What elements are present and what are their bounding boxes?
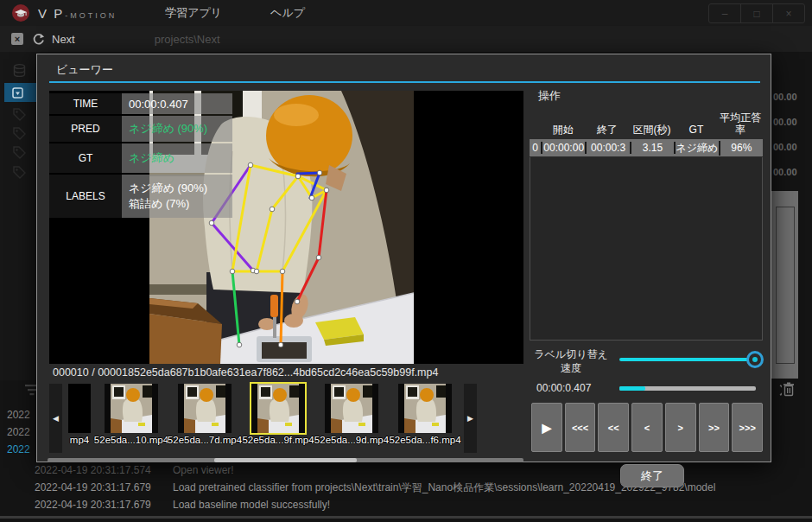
menu-learning-app[interactable]: 学習アプリ [165,5,222,21]
thumbnail-image[interactable] [178,384,232,433]
end-button[interactable]: 終了 [620,464,684,487]
step-forward-button[interactable]: > [665,403,696,452]
segment-table-header: 開始 終了 区間(秒) GT 平均正答率 [530,104,763,139]
thumbnail-item[interactable]: 52e5da...7d.mp4 [170,384,239,445]
row-index: 0 [530,142,542,154]
thumbnail-item-selected[interactable]: 52e5da...9f.mp4 [244,384,313,445]
window-bottom-edge [0,516,812,519]
filmstrip-scrollbar-thumb[interactable] [214,458,357,462]
col-gt: GT [674,124,718,137]
speed-slider-handle[interactable] [746,351,764,368]
speed-slider[interactable] [619,358,756,361]
thumbnail-item[interactable]: 52e5da...9d.mp4 [317,384,386,445]
col-duration: 区間(秒) [630,124,674,137]
step-back-button[interactable]: < [631,403,663,452]
background-value: 00.00 [771,142,811,159]
playback-time-control: 00:00:0.407 [530,382,763,399]
filmstrip: ◀ mp4 52e5da...10.mp4 52e5da...7d.mp4 52… [49,384,523,456]
thumbnail-image[interactable] [68,384,91,433]
filmstrip-next-button[interactable]: ▶ [464,384,477,453]
tag-icon[interactable] [12,107,27,122]
trash-icon[interactable] [783,382,795,397]
panel-title: 操作 [538,88,561,104]
seek-bar[interactable] [619,386,756,391]
background-value: 00.00 [771,167,811,184]
thumbnail-caption: 52e5da...7d.mp4 [168,435,242,445]
minimize-button[interactable]: – [709,4,740,22]
thumbnail-caption: 52e5da...10.mp4 [94,435,168,445]
thumbnail-image[interactable] [325,384,378,433]
log-row: 2022-04-19 20:31:17.679 Load baseline mo… [0,496,812,513]
log-timestamp: 2022-04-19 20:31:17.679 [35,496,151,513]
close-button[interactable]: × [772,4,804,22]
refresh-icon[interactable] [32,33,45,46]
overlay-label-line1: ネジ締め (90%) [129,181,232,196]
overlay-label: TIME [49,93,122,114]
jump-back-fast-button[interactable]: <<< [565,403,596,452]
undo-arc-icon[interactable] [771,384,782,397]
brand: V P -MOTION [38,6,117,21]
thumbnail-image[interactable] [398,384,452,433]
cell-accuracy: 96% [720,142,763,154]
titlebar: V P -MOTION 学習アプリ ヘルプ – □ × [0,0,812,27]
project-tabbar: × Next projects\Next [0,26,812,52]
tag-icon[interactable] [12,145,27,160]
sidebar-item-selected[interactable] [4,83,40,102]
checkbox-caret-icon [12,87,23,99]
session-row[interactable]: 2022 [7,407,30,423]
video-filename: 52e5da687b1b0afe631ea7f862...4bd65cd2c46… [134,366,438,379]
filmstrip-scrollbar[interactable] [48,458,523,462]
tab-close-icon[interactable]: × [11,33,23,45]
label-switch-speed-control: ラベル切り替え 速度 [530,346,763,380]
col-accuracy: 平均正答率 [719,112,763,137]
video-canvas[interactable]: TIME 00:00:0.407 PRED ネジ締め (90%) GT ネジ締め… [49,91,523,364]
maximize-button[interactable]: □ [740,4,772,22]
overlay-row-time: TIME 00:00:0.407 [49,93,232,114]
background-sidebar [0,52,40,380]
thumbnail-caption: 52e5da...9d.mp4 [314,435,389,445]
filmstrip-prev-button[interactable]: ◀ [49,384,62,453]
session-row-selected[interactable]: 2022 [7,442,30,457]
app-logo-icon [12,4,29,22]
jump-forward-fast-button[interactable]: >>> [732,403,763,452]
play-button[interactable]: ▶ [531,403,562,452]
tab-project-next[interactable]: Next [52,33,75,46]
thumbnail-caption: mp4 [70,435,89,445]
thumbnail-item[interactable]: 52e5da...10.mp4 [97,384,166,445]
jump-forward-button[interactable]: >> [699,403,730,452]
cell-gt: ネジ締め [676,141,720,156]
log-row: 2022-04-19 20:31:17.574 Open viewer! [0,462,812,479]
overlay-row-pred: PRED ネジ締め (90%) [49,116,232,142]
segment-table: 開始 終了 区間(秒) GT 平均正答率 0 00:00:00 00:00:3 … [530,104,763,156]
operation-panel: 操作 開始 終了 区間(秒) GT 平均正答率 0 00:00:00 00:00… [530,83,763,460]
thumbnail-item[interactable]: mp4 [67,384,92,445]
segment-list-empty-area[interactable] [530,157,763,341]
log-message: Open viewer! [173,462,234,479]
log-timestamp: 2022-04-19 20:31:17.679 [35,479,151,496]
jump-back-button[interactable]: << [598,403,629,452]
app-window: V P -MOTION 学習アプリ ヘルプ – □ × × Next proje… [0,0,812,522]
col-start: 開始 [541,124,585,137]
background-panel [770,191,798,379]
background-panel-button [776,207,795,364]
current-time: 00:00:0.407 [536,382,591,394]
database-icon[interactable] [12,63,27,78]
menu-help[interactable]: ヘルプ [270,5,305,21]
thumbnail-caption: 52e5da...f6.mp4 [389,435,460,445]
overlay-label: GT [49,143,122,173]
thumbnail-image[interactable] [105,384,158,433]
tag-icon[interactable] [12,126,27,141]
window-controls: – □ × [708,3,805,23]
overlay-row-gt: GT ネジ締め [49,143,232,173]
thumbnail-image[interactable] [251,384,305,433]
project-path: projects\Next [155,33,220,46]
cell-end: 00:00:3 [587,142,631,154]
background-value: 00.00 [771,117,811,134]
segment-row-selected[interactable]: 0 00:00:00 00:00:3 3.15 ネジ締め 96% [530,139,763,156]
brand-sub: -MOTION [65,11,117,20]
cell-duration: 3.15 [631,142,676,154]
tag-icon[interactable] [12,165,27,180]
overlay-label: PRED [49,116,122,142]
session-row[interactable]: 2022 [7,424,30,440]
thumbnail-item[interactable]: 52e5da...f6.mp4 [390,384,460,445]
